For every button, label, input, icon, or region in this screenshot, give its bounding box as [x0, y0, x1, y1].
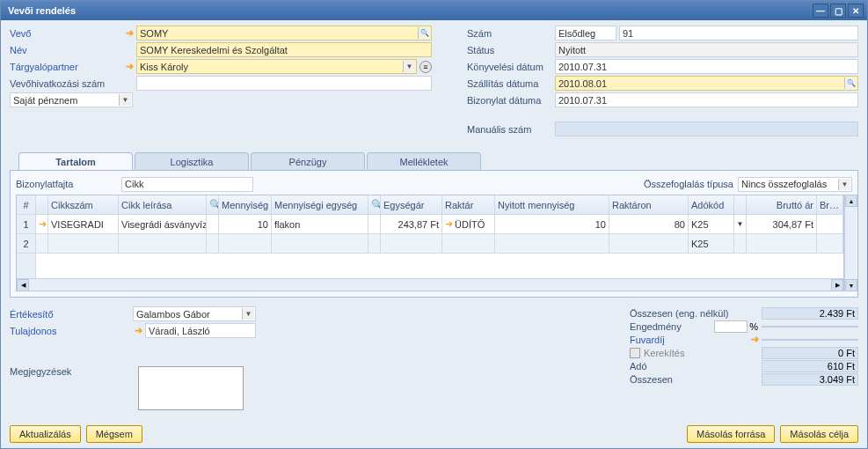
tab-contents[interactable]: Tartalom: [18, 152, 133, 170]
cell-whs[interactable]: [442, 234, 495, 253]
contact-detail-button[interactable]: ≡: [419, 61, 432, 73]
cell-tax[interactable]: K25: [689, 234, 734, 253]
tab-strip: Tartalom Logisztika Pénzügy Mellékletek: [10, 152, 858, 170]
contact-label[interactable]: Tárgyalópartner: [10, 62, 124, 72]
cancel-button[interactable]: Mégsem: [86, 425, 142, 443]
tab-attachments[interactable]: Mellékletek: [367, 152, 481, 170]
doc-type-label: Bizonylatfajta: [16, 179, 121, 189]
number-series-field[interactable]: Elsődleg: [555, 26, 616, 40]
col-uom[interactable]: Mennyiségi egység: [272, 195, 368, 214]
lookup-icon[interactable]: 🔍: [844, 77, 857, 89]
cell-qty[interactable]: [219, 234, 272, 253]
vendor-field[interactable]: SOMY 🔍: [136, 26, 432, 40]
remarks-textarea[interactable]: [138, 366, 244, 410]
minimize-button[interactable]: —: [813, 4, 828, 18]
summary-type-combo[interactable]: Nincs összefoglalás ▼: [738, 177, 852, 192]
grid-row-empty[interactable]: [17, 254, 843, 278]
col-warehouse[interactable]: Raktár: [442, 195, 495, 214]
chevron-down-icon[interactable]: ▼: [242, 308, 254, 320]
col-rownum[interactable]: #: [17, 195, 36, 214]
doc-type-field[interactable]: Cikk: [121, 177, 253, 192]
manual-number-field[interactable]: [555, 121, 858, 136]
cell-desc[interactable]: [119, 234, 207, 253]
number-field[interactable]: 91: [619, 26, 858, 40]
col-openqty[interactable]: Nyitott mennyiség: [495, 195, 609, 214]
cell-openqty[interactable]: [495, 234, 609, 253]
posting-date-label: Könyvelési dátum: [467, 62, 555, 72]
vendor-label[interactable]: Vevő: [10, 28, 124, 39]
rounding-label: Kerekítés: [644, 348, 762, 358]
cell-itemcode[interactable]: [48, 234, 119, 253]
posting-date-field[interactable]: 2010.07.31: [555, 59, 858, 74]
cell-desc[interactable]: Visegrádi ásványvíz: [119, 215, 207, 233]
cell-instock[interactable]: [609, 234, 689, 253]
freight-label[interactable]: Fuvardíj: [630, 335, 749, 345]
grid-row[interactable]: 2 K25: [17, 234, 843, 254]
close-button[interactable]: ✕: [848, 4, 864, 18]
salesperson-label[interactable]: Értékesítő: [10, 309, 133, 320]
chevron-down-icon[interactable]: ▼: [734, 215, 747, 233]
discount-pct-input[interactable]: [714, 320, 748, 333]
link-arrow-icon[interactable]: ➜: [36, 215, 48, 233]
col-unitprice[interactable]: Egységár: [381, 195, 442, 214]
name-label[interactable]: Név: [10, 45, 124, 55]
cell-price[interactable]: [381, 234, 442, 253]
col-taxdd[interactable]: [734, 195, 747, 214]
cell-openqty[interactable]: 10: [495, 215, 609, 233]
scroll-left-icon[interactable]: ◀: [17, 279, 29, 291]
salesperson-combo[interactable]: Galambos Gábor ▼: [133, 306, 256, 321]
col-link[interactable]: [36, 195, 48, 214]
rounding-checkbox[interactable]: [630, 348, 640, 358]
cell-whs[interactable]: ➜ÜDÍTŐ: [442, 215, 495, 233]
cell-gross[interactable]: 304,87 Ft: [747, 215, 817, 233]
copy-from-button[interactable]: Másolás forrása: [687, 425, 775, 443]
cell-instock[interactable]: 80: [609, 215, 689, 233]
ship-date-field[interactable]: 2010.08.01 🔍: [555, 76, 858, 91]
col-extra[interactable]: Br…: [817, 195, 843, 214]
link-arrow-icon[interactable]: ➜: [124, 62, 135, 72]
chevron-down-icon[interactable]: ▼: [119, 94, 131, 106]
search-icon[interactable]: 🔍: [207, 195, 219, 214]
name-field[interactable]: SOMY Kereskedelmi és Szolgáltat: [136, 42, 432, 57]
customer-ref-label: Vevőhivatkozási szám: [10, 78, 124, 89]
window-title: Vevői rendelés: [4, 5, 811, 16]
grid-row[interactable]: 1 ➜ VISEGRADI Visegrádi ásványvíz 10 fla…: [17, 215, 843, 234]
cell-price[interactable]: 243,87 Ft: [381, 215, 442, 233]
contact-field[interactable]: Kiss Károly ▼: [136, 59, 417, 74]
cell-tax[interactable]: K25: [689, 215, 734, 233]
customer-ref-field[interactable]: [136, 76, 432, 91]
link-arrow-icon[interactable]: ➜: [124, 28, 135, 39]
maximize-button[interactable]: ▢: [830, 4, 846, 18]
doc-date-field[interactable]: 2010.07.31: [555, 92, 858, 107]
horizontal-scrollbar[interactable]: ◀ ▶: [17, 278, 843, 291]
col-instock[interactable]: Raktáron: [609, 195, 689, 214]
cell-uom[interactable]: flakon: [272, 215, 368, 233]
currency-combo[interactable]: Saját pénznem ▼: [10, 92, 133, 107]
cell-gross[interactable]: [747, 234, 817, 253]
scroll-up-icon[interactable]: ▲: [845, 195, 857, 207]
col-gross[interactable]: Bruttó ár: [747, 195, 817, 214]
owner-field[interactable]: Váradi, László: [145, 323, 256, 338]
col-itemcode[interactable]: Cikkszám: [48, 195, 119, 214]
scroll-down-icon[interactable]: ▼: [845, 279, 857, 291]
chevron-down-icon[interactable]: ▼: [403, 61, 415, 72]
lookup-icon[interactable]: 🔍: [418, 27, 430, 39]
content-area: Vevő ➜ SOMY 🔍 Név SOMY Kereskedelmi és S…: [1, 20, 867, 420]
cell-itemcode[interactable]: VISEGRADI: [48, 215, 119, 233]
cell-qty[interactable]: 10: [219, 215, 272, 233]
link-arrow-icon[interactable]: ➜: [133, 326, 143, 336]
tab-logistics[interactable]: Logisztika: [135, 152, 249, 170]
chevron-down-icon[interactable]: ▼: [838, 179, 850, 190]
owner-label[interactable]: Tulajdonos: [10, 326, 133, 336]
col-quantity[interactable]: Mennyiség: [219, 195, 272, 214]
col-description[interactable]: Cikk leírása: [119, 195, 207, 214]
col-taxcode[interactable]: Adókód: [689, 195, 734, 214]
update-button[interactable]: Aktualizálás: [10, 425, 81, 443]
link-arrow-icon[interactable]: ➜: [749, 335, 760, 345]
search-icon[interactable]: 🔍: [368, 195, 381, 214]
vertical-scrollbar[interactable]: ▲ ▼: [844, 195, 857, 291]
tab-finance[interactable]: Pénzügy: [251, 152, 365, 170]
scroll-right-icon[interactable]: ▶: [831, 279, 843, 291]
cell-uom[interactable]: [272, 234, 368, 253]
copy-to-button[interactable]: Másolás célja: [780, 425, 858, 443]
